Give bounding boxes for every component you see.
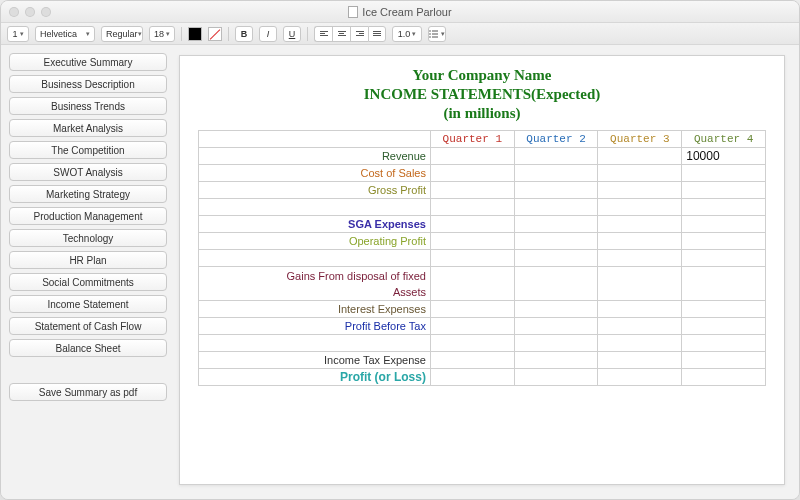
cell[interactable]: [514, 148, 598, 165]
cell[interactable]: [682, 165, 766, 182]
cell[interactable]: [598, 318, 682, 335]
cell[interactable]: [682, 335, 766, 352]
cell[interactable]: [598, 335, 682, 352]
cell[interactable]: [430, 352, 514, 369]
income-statement-table[interactable]: Quarter 1 Quarter 2 Quarter 3 Quarter 4 …: [198, 130, 766, 386]
cell[interactable]: [430, 267, 514, 301]
cell[interactable]: [430, 216, 514, 233]
align-center-button[interactable]: [332, 26, 350, 42]
cell[interactable]: [430, 335, 514, 352]
cell[interactable]: [682, 250, 766, 267]
cell[interactable]: [682, 318, 766, 335]
sidebar-item-production-management[interactable]: Production Management: [9, 207, 167, 225]
sidebar-item-business-trends[interactable]: Business Trends: [9, 97, 167, 115]
cell[interactable]: [514, 369, 598, 386]
save-summary-pdf-button[interactable]: Save Summary as pdf: [9, 383, 167, 401]
cell[interactable]: [514, 301, 598, 318]
cell[interactable]: [598, 267, 682, 301]
italic-button[interactable]: I: [259, 26, 277, 42]
row-blank[interactable]: [199, 250, 766, 267]
cell[interactable]: [598, 165, 682, 182]
cell[interactable]: [514, 352, 598, 369]
cell[interactable]: [598, 301, 682, 318]
cell[interactable]: [514, 165, 598, 182]
row-revenue[interactable]: Revenue 10000: [199, 148, 766, 165]
sidebar-item-income-statement[interactable]: Income Statement: [9, 295, 167, 313]
cell[interactable]: [598, 216, 682, 233]
cell-revenue-q4[interactable]: 10000: [682, 148, 766, 165]
cell[interactable]: [430, 148, 514, 165]
cell[interactable]: [514, 182, 598, 199]
cell[interactable]: [598, 250, 682, 267]
cell[interactable]: [430, 369, 514, 386]
sidebar-item-balance-sheet[interactable]: Balance Sheet: [9, 339, 167, 357]
sidebar-item-social-commitments[interactable]: Social Commitments: [9, 273, 167, 291]
cell[interactable]: [430, 182, 514, 199]
cell[interactable]: [514, 335, 598, 352]
sidebar-item-market-analysis[interactable]: Market Analysis: [9, 119, 167, 137]
cell[interactable]: [682, 216, 766, 233]
sidebar-item-label: Marketing Strategy: [46, 189, 130, 200]
row-gross-profit[interactable]: Gross Profit: [199, 182, 766, 199]
style-select[interactable]: 1▾: [7, 26, 29, 42]
row-cost-of-sales[interactable]: Cost of Sales: [199, 165, 766, 182]
cell[interactable]: [598, 199, 682, 216]
align-left-button[interactable]: [314, 26, 332, 42]
cell[interactable]: [682, 352, 766, 369]
cell[interactable]: [682, 369, 766, 386]
cell[interactable]: [682, 267, 766, 301]
sidebar-item-the-competition[interactable]: The Competition: [9, 141, 167, 159]
align-justify-button[interactable]: [368, 26, 386, 42]
cell[interactable]: [514, 318, 598, 335]
align-right-button[interactable]: [350, 26, 368, 42]
cell[interactable]: [430, 199, 514, 216]
sidebar-item-label: Statement of Cash Flow: [35, 321, 142, 332]
list-button[interactable]: ▾: [428, 26, 446, 42]
document-page[interactable]: Your Company Name INCOME STATEMENTS(Expe…: [179, 55, 785, 485]
row-operating-profit[interactable]: Operating Profit: [199, 233, 766, 250]
font-size-select[interactable]: 18▾: [149, 26, 175, 42]
underline-button[interactable]: U: [283, 26, 301, 42]
sidebar-item-swot-analysis[interactable]: SWOT Analysis: [9, 163, 167, 181]
row-profit-loss[interactable]: Profit (or Loss): [199, 369, 766, 386]
sidebar-item-executive-summary[interactable]: Executive Summary: [9, 53, 167, 71]
text-color-swatch[interactable]: [188, 27, 202, 41]
row-blank[interactable]: [199, 199, 766, 216]
row-gains-l1[interactable]: Gains From disposal of fixed: [199, 267, 766, 284]
row-sga[interactable]: SGA Expenses: [199, 216, 766, 233]
cell[interactable]: [598, 233, 682, 250]
cell[interactable]: [682, 199, 766, 216]
cell[interactable]: [430, 250, 514, 267]
cell[interactable]: [430, 233, 514, 250]
line-spacing-select[interactable]: 1.0▾: [392, 26, 422, 42]
cell[interactable]: [514, 233, 598, 250]
row-blank[interactable]: [199, 335, 766, 352]
sidebar-item-marketing-strategy[interactable]: Marketing Strategy: [9, 185, 167, 203]
cell[interactable]: [514, 199, 598, 216]
bold-button[interactable]: B: [235, 26, 253, 42]
cell[interactable]: [430, 165, 514, 182]
highlight-color-swatch[interactable]: [208, 27, 222, 41]
row-tax[interactable]: Income Tax Expense: [199, 352, 766, 369]
sidebar-item-statement-cash-flow[interactable]: Statement of Cash Flow: [9, 317, 167, 335]
font-weight-select[interactable]: Regular▾: [101, 26, 143, 42]
cell[interactable]: [598, 182, 682, 199]
format-toolbar: 1▾ Helvetica▾ Regular▾ 18▾ B I U 1.0▾: [1, 23, 799, 45]
cell[interactable]: [598, 352, 682, 369]
cell[interactable]: [514, 267, 598, 301]
sidebar-item-technology[interactable]: Technology: [9, 229, 167, 247]
font-family-select[interactable]: Helvetica▾: [35, 26, 95, 42]
cell[interactable]: [514, 216, 598, 233]
cell[interactable]: [514, 250, 598, 267]
sidebar-item-hr-plan[interactable]: HR Plan: [9, 251, 167, 269]
cell[interactable]: [682, 233, 766, 250]
cell[interactable]: [682, 182, 766, 199]
cell[interactable]: [430, 301, 514, 318]
sidebar-item-business-description[interactable]: Business Description: [9, 75, 167, 93]
cell[interactable]: [598, 369, 682, 386]
cell[interactable]: [598, 148, 682, 165]
cell[interactable]: [430, 318, 514, 335]
cell[interactable]: [682, 301, 766, 318]
row-interest[interactable]: Interest Expenses: [199, 301, 766, 318]
row-pbt[interactable]: Profit Before Tax: [199, 318, 766, 335]
